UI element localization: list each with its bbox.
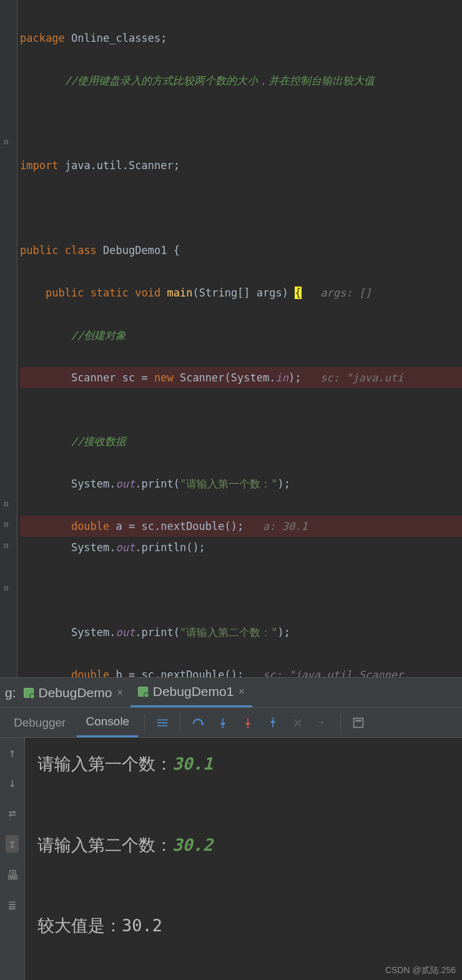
method-name: main xyxy=(167,287,193,299)
code: Scanner sc = xyxy=(71,371,154,384)
print-icon[interactable]: 🖶 xyxy=(6,868,19,883)
run-config-icon xyxy=(24,688,34,698)
inline-hint: args: [] xyxy=(320,287,371,299)
run-to-cursor-icon[interactable] xyxy=(312,712,334,734)
down-icon[interactable]: ↓ xyxy=(8,775,16,790)
fold-icon[interactable]: ⊟ xyxy=(4,134,9,150)
console-text: 请输入第一个数： xyxy=(37,754,172,773)
comment: //创建对象 xyxy=(71,329,126,341)
run-tabs: g: DebugDemo × DebugDemo1 × xyxy=(0,678,462,708)
console-text: 请输入第二个数： xyxy=(37,835,172,855)
code: .println(); xyxy=(135,541,205,554)
field: out xyxy=(116,626,135,639)
field: out xyxy=(116,478,135,490)
fold-icon[interactable]: ⊟ xyxy=(4,581,9,597)
keyword: double xyxy=(71,520,109,532)
keyword: double xyxy=(71,669,109,677)
clear-icon[interactable]: ≣ xyxy=(8,898,16,913)
wrap-icon[interactable]: ⇄ xyxy=(8,805,16,820)
tab-debugger[interactable]: Debugger xyxy=(5,708,74,737)
comment: //接收数据 xyxy=(71,435,126,448)
console-input: 30.1 xyxy=(172,754,213,773)
svg-rect-4 xyxy=(356,720,361,722)
run-config-icon xyxy=(138,687,148,697)
code: ); xyxy=(288,371,301,384)
code: ); xyxy=(277,478,290,490)
string: "请输入第二个数：" xyxy=(180,626,277,639)
tab-debugdemo1[interactable]: DebugDemo1 × xyxy=(130,678,252,707)
menu-icon[interactable] xyxy=(151,712,174,734)
code: a = sc.nextDouble(); xyxy=(109,520,243,532)
tab-label: DebugDemo xyxy=(39,685,112,700)
console-input: 30.2 xyxy=(172,835,213,855)
keyword: class xyxy=(65,244,97,257)
inline-hint: sc: "java.util.Scanner xyxy=(263,669,403,677)
evaluate-icon[interactable] xyxy=(347,712,370,734)
tab-console[interactable]: Console xyxy=(77,708,138,737)
code: .print( xyxy=(135,478,180,490)
svg-rect-3 xyxy=(354,718,363,727)
code: System. xyxy=(71,626,116,639)
console-output[interactable]: 请输入第一个数：30.1 请输入第二个数：30.2 较大值是：30.2 xyxy=(25,738,462,980)
keyword: static xyxy=(91,287,129,299)
fold-icon[interactable]: ⊟ xyxy=(4,496,9,512)
step-out-icon[interactable] xyxy=(262,712,284,734)
keyword: public xyxy=(46,287,84,299)
svg-rect-1 xyxy=(247,727,249,728)
class-name: DebugDemo1 xyxy=(103,244,167,257)
step-into-icon[interactable] xyxy=(212,712,234,734)
args: String[] args xyxy=(199,287,282,299)
import: java.util.Scanner xyxy=(65,159,174,172)
code: .print( xyxy=(135,626,180,639)
separator xyxy=(180,714,180,732)
comment: //使用键盘录入的方式比较两个数的大小，并在控制台输出较大值 xyxy=(65,74,375,87)
close-icon[interactable]: × xyxy=(117,687,122,698)
field: in xyxy=(275,371,288,384)
debug-toolbar: Debugger Console xyxy=(0,708,462,738)
keyword: package xyxy=(20,32,65,44)
package-name: Online_classes xyxy=(71,32,160,44)
code: System. xyxy=(71,478,116,490)
drop-frame-icon[interactable] xyxy=(287,712,309,734)
svg-rect-2 xyxy=(272,717,274,718)
fold-icon[interactable]: ⊟ xyxy=(4,538,9,554)
keyword: import xyxy=(20,159,58,172)
code: Scanner(System. xyxy=(174,371,276,384)
scroll-icon[interactable]: ↧ xyxy=(6,835,18,853)
tab-debugdemo[interactable]: DebugDemo × xyxy=(16,678,130,707)
keyword: void xyxy=(135,287,160,299)
keyword: new xyxy=(154,371,174,384)
string: "请输入第一个数：" xyxy=(180,478,277,490)
separator xyxy=(340,714,341,732)
code-editor[interactable]: ⊟ ⊟ ⊟ ⊟ ⊟ package Online_classes; //使用键盘… xyxy=(0,0,462,677)
gutter: ⊟ ⊟ ⊟ ⊟ ⊟ xyxy=(0,0,17,677)
code: System. xyxy=(71,541,116,554)
keyword: public xyxy=(20,244,58,257)
tab-label: DebugDemo1 xyxy=(153,684,234,699)
separator xyxy=(144,714,145,732)
step-over-icon[interactable] xyxy=(187,712,209,734)
close-icon[interactable]: × xyxy=(238,686,244,697)
inline-hint: sc: "java.uti xyxy=(320,371,403,384)
code: b = sc.nextDouble(); xyxy=(109,669,243,677)
panel-label: g: xyxy=(5,685,16,700)
console-text: 较大值是：30.2 xyxy=(37,912,450,939)
force-step-into-icon[interactable] xyxy=(237,712,259,734)
console-side-toolbar: ↑ ↓ ⇄ ↧ 🖶 ≣ xyxy=(0,738,25,980)
console-area: ↑ ↓ ⇄ ↧ 🖶 ≣ 请输入第一个数：30.1 请输入第二个数：30.2 较大… xyxy=(0,738,462,980)
field: out xyxy=(116,541,135,554)
watermark: CSDN @贰陆.256 xyxy=(385,965,456,976)
debug-panel: g: DebugDemo × DebugDemo1 × Debugger Con… xyxy=(0,677,462,980)
svg-rect-0 xyxy=(222,727,224,728)
inline-hint: a: 30.1 xyxy=(263,520,308,532)
code-content[interactable]: package Online_classes; //使用键盘录入的方式比较两个数… xyxy=(0,6,462,677)
up-icon[interactable]: ↑ xyxy=(8,745,16,760)
fold-icon[interactable]: ⊟ xyxy=(4,517,9,533)
code: ); xyxy=(277,626,290,639)
